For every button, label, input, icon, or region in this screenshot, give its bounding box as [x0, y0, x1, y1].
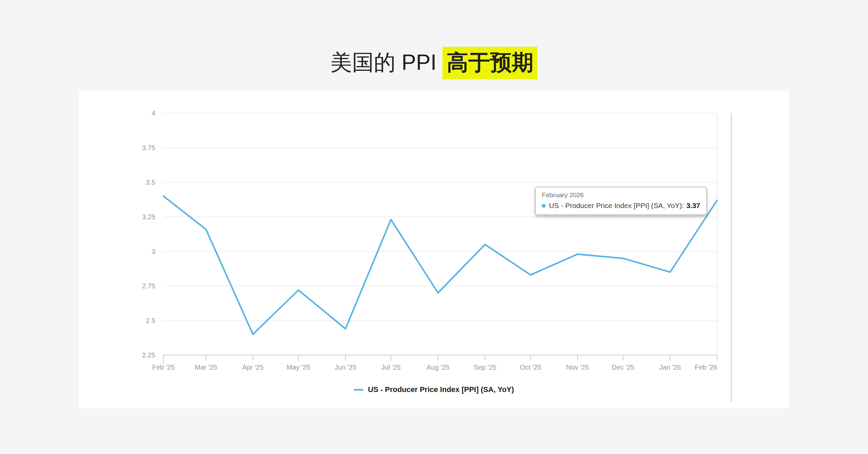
x-axis-label: Aug '25 [427, 364, 449, 371]
tooltip-series-row: US - Producer Price Index [PPI] (SA, YoY… [542, 202, 700, 210]
x-axis-label: Jul '25 [381, 364, 401, 371]
page-title-highlight: 高于预期 [442, 47, 537, 79]
chart-card: 43.753.53.2532.752.52.25Feb '25Mar '25Ap… [79, 91, 789, 408]
x-axis-label: Jan '26 [659, 364, 681, 371]
y-axis-label: 2.75 [142, 282, 155, 290]
x-axis-label: Apr '25 [242, 364, 264, 371]
y-axis-label: 3.75 [142, 144, 155, 151]
y-axis-label: 4 [152, 109, 155, 117]
tooltip-series-label: US - Producer Price Index [PPI] (SA, YoY… [549, 202, 684, 210]
legend-line-swatch [354, 389, 363, 391]
y-axis-label: 3 [152, 248, 155, 255]
x-axis-label: Dec '25 [612, 364, 634, 371]
y-axis-label: 3.5 [146, 179, 155, 186]
chart-tooltip: February 2026 US - Producer Price Index … [535, 187, 707, 215]
legend-label: US - Producer Price Index [PPI] (SA, YoY… [368, 385, 514, 394]
x-axis-label: Mar '25 [195, 364, 217, 371]
x-axis-label: Feb '25 [152, 364, 175, 371]
x-axis-label: May '25 [287, 364, 310, 371]
tooltip-date: February 2026 [542, 191, 700, 199]
x-axis-label: Nov '25 [566, 364, 589, 371]
tooltip-value: 3.37 [686, 202, 700, 210]
page-title-text: 美国的 PPI [331, 50, 437, 75]
y-axis-label: 3.25 [142, 213, 155, 221]
ppi-line-chart[interactable]: 43.753.53.2532.752.52.25Feb '25Mar '25Ap… [79, 91, 789, 408]
page-title: 美国的 PPI高于预期 [0, 48, 868, 77]
x-axis-label: Oct '25 [520, 364, 541, 371]
y-axis-label: 2.25 [142, 351, 155, 359]
series-bullet-icon [542, 204, 546, 208]
y-axis-label: 2.5 [146, 317, 155, 324]
x-axis-label: Jun '25 [335, 364, 356, 371]
chart-legend[interactable]: US - Producer Price Index [PPI] (SA, YoY… [79, 385, 789, 394]
x-axis-label: Sep '25 [474, 364, 496, 371]
x-axis-label: Feb '26 [695, 364, 717, 371]
